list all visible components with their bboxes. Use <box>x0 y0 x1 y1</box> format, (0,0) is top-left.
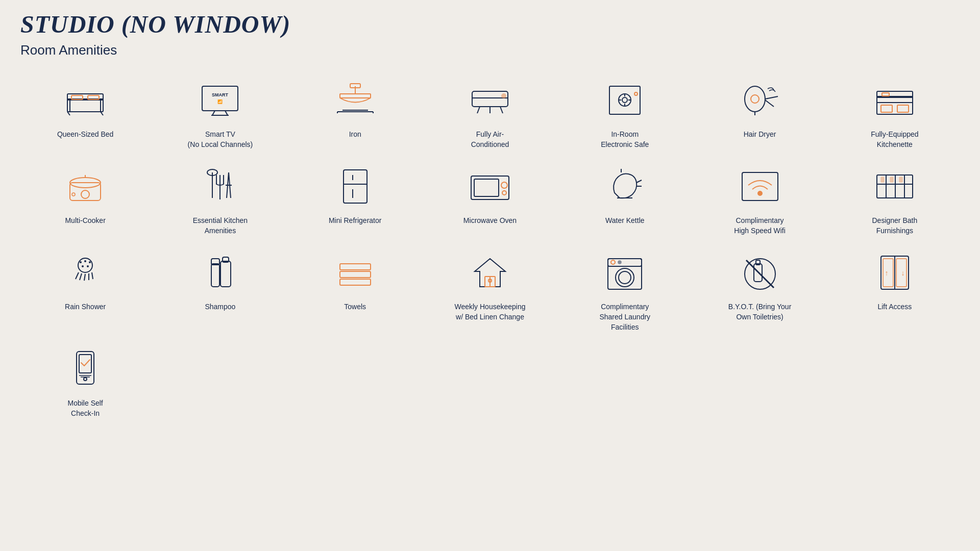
laundry-label: ComplimentaryShared LaundryFacilities <box>599 302 650 332</box>
svg-point-88 <box>82 265 84 267</box>
svg-line-65 <box>636 180 642 183</box>
svg-line-37 <box>765 100 774 107</box>
svg-text:📶: 📶 <box>217 99 223 104</box>
svg-rect-100 <box>608 259 642 289</box>
amenity-item-iron: Iron <box>290 73 420 149</box>
amenity-item-lift: ↑ ↓ Lift Access <box>830 246 960 332</box>
svg-point-70 <box>758 191 762 195</box>
amenity-item-shampoo: Shampoo <box>155 246 285 332</box>
svg-line-36 <box>765 96 778 99</box>
amenity-item-towels: Towels <box>290 246 420 332</box>
rain-shower-icon <box>52 246 118 297</box>
svg-rect-92 <box>220 261 231 287</box>
kitchen-amenities-icon <box>187 160 253 211</box>
svg-rect-27 <box>609 86 640 114</box>
svg-rect-57 <box>344 170 367 203</box>
svg-rect-62 <box>474 179 499 196</box>
amenity-item-housekeeping: Weekly Housekeepingw/ Bed Linen Change <box>425 246 555 332</box>
checkin-icon <box>52 342 118 393</box>
svg-text:SMART: SMART <box>212 92 228 97</box>
iron-label: Iron <box>349 130 361 140</box>
air-conditioned-icon <box>457 73 523 124</box>
svg-rect-76 <box>881 177 884 182</box>
svg-rect-95 <box>340 271 371 278</box>
bath-label: Designer BathFurnishings <box>872 216 917 236</box>
svg-point-87 <box>89 261 91 263</box>
towels-icon <box>322 246 388 297</box>
svg-point-105 <box>618 261 621 264</box>
svg-line-82 <box>84 274 85 281</box>
svg-rect-78 <box>899 177 902 182</box>
svg-rect-46 <box>70 183 101 201</box>
laundry-icon <box>592 246 658 297</box>
svg-rect-94 <box>340 264 371 270</box>
wifi-label: ComplimentaryHigh Speed Wifi <box>734 216 785 236</box>
svg-point-118 <box>84 378 87 381</box>
iron-icon <box>322 73 388 124</box>
housekeeping-label: Weekly Housekeepingw/ Bed Linen Change <box>454 302 525 322</box>
kitchenette-label: Fully-EquippedKitchenette <box>871 130 918 149</box>
shampoo-icon <box>187 246 253 297</box>
multi-cooker-label: Multi-Cooker <box>65 216 105 226</box>
svg-point-34 <box>634 92 638 95</box>
safe-icon <box>592 73 658 124</box>
svg-text:↓: ↓ <box>901 269 904 277</box>
amenity-item-wifi: ComplimentaryHigh Speed Wifi <box>695 160 824 236</box>
lift-label: Lift Access <box>877 302 912 312</box>
svg-point-35 <box>745 86 765 112</box>
svg-point-29 <box>622 97 627 103</box>
byot-icon <box>727 246 793 297</box>
svg-rect-90 <box>211 264 219 287</box>
microwave-icon <box>457 160 523 211</box>
svg-point-39 <box>751 95 759 103</box>
svg-line-23 <box>477 107 480 113</box>
microwave-label: Microwave Oven <box>463 216 517 226</box>
checkin-label: Mobile SelfCheck-In <box>68 398 103 418</box>
page-subtitle: Room Amenities <box>20 42 960 58</box>
svg-rect-44 <box>897 105 909 112</box>
svg-rect-0 <box>67 99 103 112</box>
bath-icon <box>862 160 928 211</box>
kitchen-amenities-label: Essential KitchenAmenities <box>193 216 248 236</box>
rain-shower-label: Rain Shower <box>65 302 106 312</box>
towels-label: Towels <box>344 302 366 312</box>
amenity-item-checkin: Mobile SelfCheck-In <box>20 342 150 418</box>
svg-point-63 <box>501 182 507 188</box>
svg-line-81 <box>80 273 82 280</box>
svg-line-11 <box>212 111 215 115</box>
amenity-item-kitchen-amenities: Essential KitchenAmenities <box>155 160 285 236</box>
air-conditioned-label: Fully Air-Conditioned <box>471 130 509 149</box>
svg-rect-43 <box>881 105 892 112</box>
svg-rect-117 <box>79 355 91 373</box>
smart-tv-icon: SMART 📶 <box>187 73 253 124</box>
svg-line-80 <box>76 272 79 279</box>
amenity-item-hair-dryer: Hair Dryer <box>695 73 824 149</box>
page-title: STUDIO (NO WINDOW) <box>20 10 960 38</box>
shampoo-label: Shampoo <box>205 302 235 312</box>
amenity-item-bath: Designer BathFurnishings <box>830 160 960 236</box>
svg-rect-77 <box>890 177 893 182</box>
svg-point-64 <box>502 191 506 195</box>
hair-dryer-label: Hair Dryer <box>744 130 776 140</box>
svg-rect-21 <box>472 91 508 107</box>
mini-fridge-label: Mini Refrigerator <box>329 216 381 226</box>
svg-point-89 <box>87 265 89 267</box>
svg-rect-26 <box>502 94 506 98</box>
svg-line-7 <box>101 112 103 115</box>
byot-label: B.Y.O.T. (Bring YourOwn Toiletries) <box>728 302 791 322</box>
amenity-item-mini-fridge: Mini Refrigerator <box>290 160 420 236</box>
svg-line-12 <box>225 111 228 115</box>
amenity-item-multi-cooker: Multi-Cooker <box>20 160 150 236</box>
svg-rect-96 <box>340 279 371 285</box>
smart-tv-label: Smart TV(No Local Channels) <box>188 130 253 149</box>
amenity-item-kitchenette: Fully-EquippedKitchenette <box>830 73 960 149</box>
amenity-item-safe: In-RoomElectronic Safe <box>560 73 690 149</box>
svg-point-104 <box>611 260 615 264</box>
lift-icon: ↑ ↓ <box>862 246 928 297</box>
housekeeping-icon <box>457 246 523 297</box>
svg-line-25 <box>500 107 503 113</box>
queen-bed-icon <box>52 73 118 124</box>
svg-text:↑: ↑ <box>885 269 888 277</box>
amenity-item-microwave: Microwave Oven <box>425 160 555 236</box>
amenity-item-queen-bed: Queen-Sized Bed <box>20 73 150 149</box>
